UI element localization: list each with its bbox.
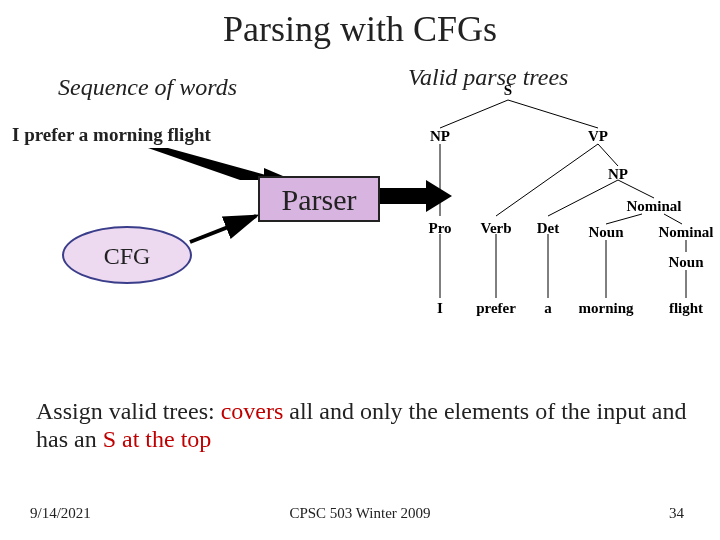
tree-leaf-prefer: prefer (476, 300, 516, 317)
footer-page-number: 34 (669, 505, 684, 522)
svg-line-9 (598, 144, 618, 166)
cfg-oval: CFG (62, 226, 192, 284)
svg-line-6 (508, 100, 598, 128)
svg-line-12 (606, 214, 642, 224)
slide: Parsing with CFGs Sequence of words Vali… (0, 0, 720, 540)
parse-tree: S NP VP NP Nominal Pro Verb Det Noun Nom… (388, 80, 716, 336)
footer-course: CPSC 503 Winter 2009 (0, 505, 720, 522)
slide-title: Parsing with CFGs (0, 8, 720, 50)
tree-node-verb: Verb (480, 220, 511, 237)
tree-leaf-a: a (544, 300, 552, 317)
tree-node-nominal2: Nominal (658, 224, 713, 241)
svg-line-2 (190, 216, 256, 242)
tree-node-det: Det (537, 220, 560, 237)
sequence-of-words-label: Sequence of words (58, 74, 237, 101)
svg-line-10 (548, 180, 618, 216)
parser-box: Parser (258, 176, 380, 222)
body-prefix: Assign valid trees: (36, 398, 221, 424)
tree-node-noun2: Noun (668, 254, 703, 271)
svg-line-13 (664, 214, 682, 224)
tree-node-vp: VP (588, 128, 608, 145)
tree-node-np2: NP (608, 166, 628, 183)
tree-node-noun: Noun (588, 224, 623, 241)
tree-node-np: NP (430, 128, 450, 145)
tree-node-pro: Pro (428, 220, 451, 237)
body-red-covers: covers (221, 398, 284, 424)
tree-leaf-flight: flight (669, 300, 703, 317)
svg-line-8 (496, 144, 598, 216)
svg-line-5 (440, 100, 508, 128)
tree-node-s: S (504, 82, 512, 99)
tree-leaf-morning: morning (578, 300, 633, 317)
tree-node-nominal1: Nominal (626, 198, 681, 215)
example-sentence: I prefer a morning flight (12, 124, 211, 146)
body-text: Assign valid trees: covers all and only … (36, 398, 708, 453)
tree-leaf-i: I (437, 300, 443, 317)
body-red-s-top: S at the top (103, 426, 212, 452)
